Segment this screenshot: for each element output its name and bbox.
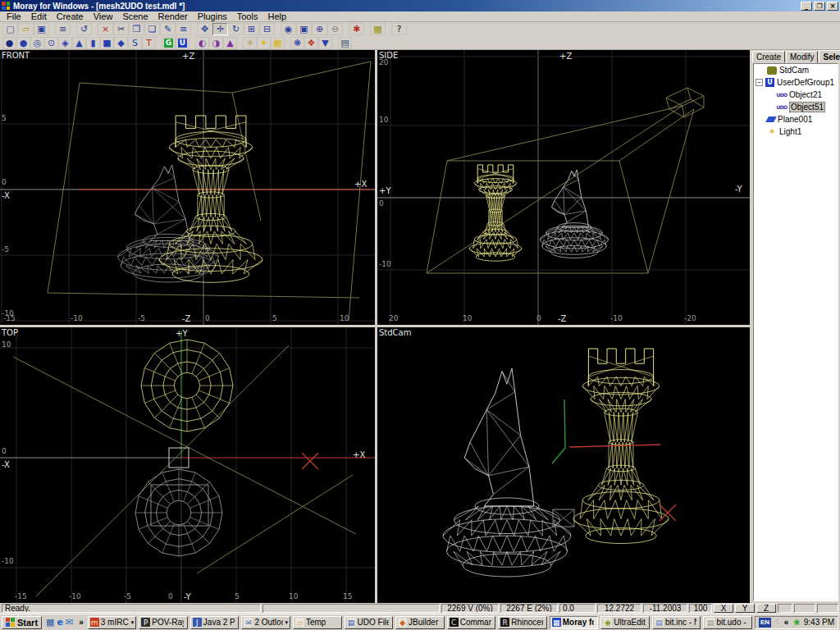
preferences-button[interactable]: ✱ [349, 23, 364, 35]
create-spot-light-button[interactable]: ✦ [257, 37, 271, 49]
tree-item[interactable]: UDO Object21 [754, 89, 838, 101]
menu-item[interactable]: Plugins [193, 11, 232, 21]
internet-explorer-icon[interactable]: e [57, 617, 62, 628]
save-file-button[interactable]: ▣ [34, 23, 49, 35]
task-button[interactable]: ◉ UltraEdit-32 [600, 616, 650, 629]
axis-lock-button[interactable]: Z [756, 604, 776, 613]
create-point-light-button[interactable]: ✳ [243, 37, 257, 49]
tile-viewports-button[interactable]: ⊞ [244, 23, 259, 35]
menu-item[interactable]: Render [153, 11, 193, 21]
csg-union-button[interactable]: U [176, 37, 189, 49]
tree-item[interactable]: StdCam [754, 64, 838, 76]
create-area-light-button[interactable]: ▦ [271, 37, 285, 49]
tree-node-label[interactable]: Object21 [789, 90, 822, 99]
menu-item[interactable]: View [89, 11, 118, 21]
render-engine-button[interactable]: ▤ [338, 37, 352, 49]
create-disc-button[interactable]: ⊙ [44, 37, 58, 49]
create-sor-button[interactable]: S [128, 37, 142, 49]
create-mesh-button[interactable]: ◈ [58, 37, 72, 49]
open-file-button[interactable]: ▱ [18, 23, 34, 35]
properties-button[interactable]: ≡ [176, 23, 191, 35]
viewport-canvas-front[interactable] [0, 50, 375, 325]
zoom-out-button[interactable]: ⊖ [327, 23, 343, 35]
axis-lock-button[interactable]: X [714, 604, 733, 613]
create-lathe-button[interactable]: ◆ [114, 37, 128, 49]
task-button[interactable]: P POV-Ray fo... [139, 616, 188, 629]
task-button[interactable]: J Java 2 Platf... [190, 616, 240, 629]
task-button[interactable]: C Command P... [447, 616, 496, 629]
render-options-button[interactable]: ▣ [296, 23, 312, 35]
outlook-mail-icon[interactable]: ✉ [66, 617, 73, 628]
create-text-button[interactable]: T [142, 37, 156, 49]
csg-difference-button[interactable]: ◐ [195, 37, 209, 49]
export-scene-button[interactable]: ≡ [55, 23, 71, 35]
task-dropdown-icon[interactable]: ▾ [131, 619, 135, 626]
csg-intersection-button[interactable]: ◑ [209, 37, 223, 49]
cut-button[interactable]: ✂ [113, 23, 129, 35]
menu-item[interactable]: Help [262, 11, 291, 21]
create-camera-button[interactable]: ❋ [290, 37, 304, 49]
create-sphere-button[interactable]: ● [16, 37, 30, 49]
delete-button[interactable]: × [98, 23, 113, 35]
render-preview-button[interactable]: ◉ [281, 23, 296, 35]
undo-button[interactable]: ↺ [76, 23, 92, 35]
task-button[interactable]: ▤ UDO File Fo... [345, 616, 394, 629]
rotate-object-button[interactable]: ↻ [228, 23, 244, 35]
task-button[interactable]: ▤ bit.udo - W... [703, 616, 752, 629]
tree-node-label[interactable]: Light1 [779, 127, 801, 136]
menu-item[interactable]: Tools [232, 11, 263, 21]
paste-button[interactable]: ❏ [144, 23, 160, 35]
move-object-button[interactable]: ✛ [212, 23, 228, 35]
create-cylinder-button[interactable]: ▮ [86, 37, 100, 49]
task-button[interactable]: m 3 mIRC ▾ [88, 616, 137, 629]
menu-item[interactable]: Create [52, 11, 89, 21]
pan-view-button[interactable]: ✥ [197, 23, 212, 35]
tray-status-icon[interactable]: ❀ [793, 618, 800, 627]
menu-item[interactable]: Edit [26, 11, 52, 21]
tree-item[interactable]: − U UserDefGroup1 [754, 76, 838, 89]
tree-item[interactable]: UDO Object51 [754, 101, 838, 113]
csg-merge-button[interactable]: ▲ [223, 37, 237, 49]
create-box-button[interactable]: ■ [100, 37, 114, 49]
clock[interactable]: 9:43 PM [804, 618, 834, 627]
task-dropdown-icon[interactable]: ▾ [285, 619, 288, 626]
panel-tab[interactable]: Select [819, 50, 840, 62]
tree-node-label[interactable]: UserDefGroup1 [777, 78, 834, 87]
task-button[interactable]: ▦ Moray for ... [550, 616, 599, 629]
tree-expander-icon[interactable]: − [756, 79, 763, 86]
copy-button[interactable]: ❐ [129, 23, 144, 35]
create-blob-button[interactable]: ● [2, 37, 16, 49]
help-button[interactable]: ? [391, 23, 407, 35]
csg-group-button[interactable]: G [162, 37, 176, 49]
tree-node-label[interactable]: StdCam [779, 66, 809, 75]
task-button[interactable]: R Rhinoceros ... [498, 616, 547, 629]
draw-button[interactable]: ✎ [160, 23, 176, 35]
render-scene-button[interactable]: ▩ [370, 23, 386, 35]
menu-item[interactable]: File [2, 11, 26, 21]
menu-item[interactable]: Scene [117, 11, 153, 21]
task-button[interactable]: ✉ 2 Outlook ... ▾ [241, 616, 290, 629]
task-button[interactable]: ▱ Temp [293, 616, 342, 629]
tray-chevron-icon[interactable]: « [783, 618, 791, 627]
task-button[interactable]: ◆ JBuilder 5 - ... [395, 616, 445, 629]
tray-agent-icon[interactable]: ⁖ [774, 618, 779, 627]
quick-launch-chevron-icon[interactable]: » [77, 618, 85, 627]
zoom-in-button[interactable]: ⊕ [312, 23, 327, 35]
tree-item[interactable]: ✶ Light1 [754, 126, 838, 138]
axis-lock-button[interactable]: Y [735, 604, 755, 613]
single-viewport-button[interactable]: ⊟ [259, 23, 275, 35]
viewport-canvas-stdcam[interactable] [377, 327, 750, 603]
app-icon[interactable] [2, 2, 10, 10]
close-button[interactable]: × [827, 2, 838, 11]
minimize-button[interactable]: _ [801, 2, 812, 11]
create-axes-button[interactable]: ❖ [304, 37, 318, 49]
new-file-button[interactable]: ▢ [2, 23, 18, 35]
restore-button[interactable]: ❐ [814, 2, 825, 11]
viewport-canvas-top[interactable] [0, 327, 375, 603]
tree-node-label[interactable]: Plane001 [778, 115, 812, 124]
task-button[interactable]: ▤ bit.inc - Not... [652, 616, 701, 629]
language-indicator[interactable]: EN [759, 618, 771, 628]
start-button[interactable]: Start [2, 616, 42, 629]
tree-node-label[interactable]: Object51 [789, 102, 825, 112]
create-torus-button[interactable]: ◎ [30, 37, 44, 49]
